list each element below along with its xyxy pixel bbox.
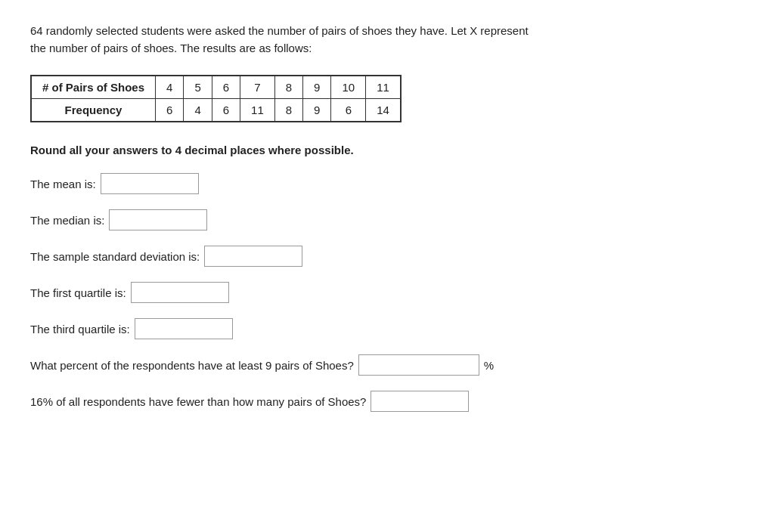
fewer-label: 16% of all respondents have fewer than h… bbox=[30, 395, 366, 408]
q3-question: The third quartile is: bbox=[30, 318, 739, 339]
intro-line1: 64 randomly selected students were asked… bbox=[30, 24, 529, 37]
fewer-question: 16% of all respondents have fewer than h… bbox=[30, 391, 739, 412]
freq-11: 14 bbox=[366, 99, 401, 122]
q1-input[interactable] bbox=[131, 282, 229, 303]
q1-question: The first quartile is: bbox=[30, 282, 739, 303]
pairs-5: 5 bbox=[184, 76, 212, 99]
freq-5: 4 bbox=[184, 99, 212, 122]
frequency-table: # of Pairs of Shoes 4 5 6 7 8 9 10 11 Fr… bbox=[30, 75, 402, 122]
pairs-6: 6 bbox=[212, 76, 240, 99]
pairs-4: 4 bbox=[156, 76, 184, 99]
median-input[interactable] bbox=[109, 209, 207, 230]
pairs-10: 10 bbox=[331, 76, 366, 99]
pairs-11: 11 bbox=[366, 76, 401, 99]
median-label: The median is: bbox=[30, 214, 104, 227]
data-table-container: # of Pairs of Shoes 4 5 6 7 8 9 10 11 Fr… bbox=[30, 75, 739, 122]
freq-4: 6 bbox=[156, 99, 184, 122]
mean-input[interactable] bbox=[101, 173, 199, 194]
mean-label: The mean is: bbox=[30, 178, 96, 190]
freq-6: 6 bbox=[212, 99, 240, 122]
percent-input[interactable] bbox=[358, 354, 479, 376]
std-question: The sample standard deviation is: bbox=[30, 246, 739, 267]
intro-line2: the number of pairs of shoes. The result… bbox=[30, 42, 312, 54]
std-input[interactable] bbox=[204, 246, 302, 267]
freq-8: 8 bbox=[274, 99, 302, 122]
percent-suffix: % bbox=[484, 359, 494, 372]
q1-label: The first quartile is: bbox=[30, 286, 126, 299]
pairs-7: 7 bbox=[240, 76, 275, 99]
pairs-8: 8 bbox=[274, 76, 302, 99]
freq-10: 6 bbox=[331, 99, 366, 122]
median-question: The median is: bbox=[30, 209, 739, 230]
table-row-pairs: # of Pairs of Shoes 4 5 6 7 8 9 10 11 bbox=[31, 76, 401, 99]
q3-label: The third quartile is: bbox=[30, 323, 130, 336]
pairs-label: # of Pairs of Shoes bbox=[31, 76, 156, 99]
intro-paragraph: 64 randomly selected students were asked… bbox=[30, 23, 620, 57]
pairs-9: 9 bbox=[303, 76, 331, 99]
freq-9: 9 bbox=[303, 99, 331, 122]
table-row-frequency: Frequency 6 4 6 11 8 9 6 14 bbox=[31, 99, 401, 122]
percent-label: What percent of the respondents have at … bbox=[30, 359, 354, 372]
instruction-text: Round all your answers to 4 decimal plac… bbox=[30, 144, 739, 156]
q3-input[interactable] bbox=[135, 318, 233, 339]
std-label: The sample standard deviation is: bbox=[30, 250, 200, 263]
freq-7: 11 bbox=[240, 99, 275, 122]
fewer-input[interactable] bbox=[371, 391, 469, 412]
frequency-label: Frequency bbox=[31, 99, 156, 122]
mean-question: The mean is: bbox=[30, 173, 739, 194]
percent-question: What percent of the respondents have at … bbox=[30, 354, 739, 376]
